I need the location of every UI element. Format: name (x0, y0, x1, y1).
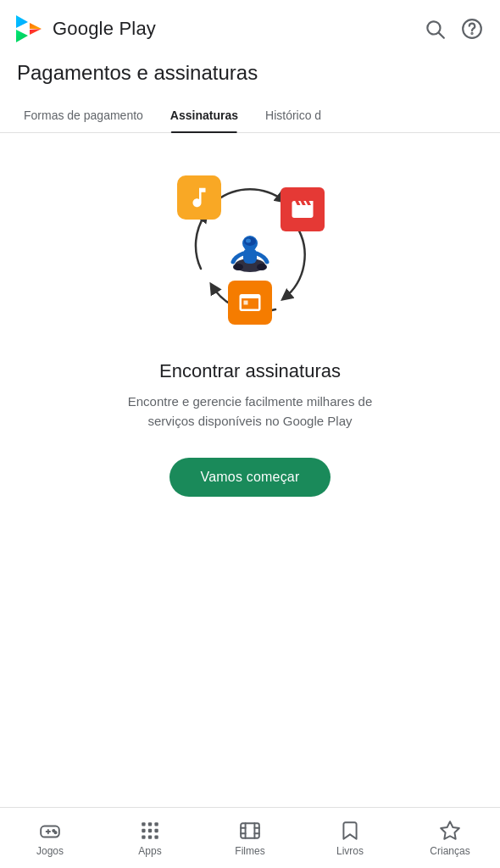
star-icon (439, 820, 461, 842)
get-started-button[interactable]: Vamos começar (169, 458, 330, 497)
app-name: Google Play (53, 18, 156, 40)
app-store-icon (228, 281, 272, 325)
tab-assinaturas[interactable]: Assinaturas (157, 98, 252, 132)
content-heading: Encontrar assinaturas (159, 360, 341, 382)
nav-label-jogos: Jogos (36, 845, 64, 857)
apps-icon (139, 820, 161, 842)
header-left: Google Play (14, 14, 156, 44)
header-icons (424, 18, 483, 40)
nav-item-livros[interactable]: Livros (300, 820, 400, 857)
tabs-container: Formas de pagamento Assinaturas Históric… (0, 98, 500, 133)
search-icon[interactable] (424, 18, 446, 40)
subscription-illustration (165, 167, 335, 337)
header: Google Play (0, 0, 500, 54)
svg-rect-8 (244, 301, 248, 305)
film-nav-icon (239, 820, 261, 842)
nav-item-filmes[interactable]: Filmes (200, 820, 300, 857)
bottom-navigation: Jogos Apps Filmes (0, 807, 500, 868)
svg-point-13 (246, 239, 251, 243)
meditation-figure (219, 220, 281, 284)
gamepad-icon (39, 820, 61, 842)
content-description: Encontre e gerencie facilmente milhares … (106, 392, 394, 431)
page-title: Pagamentos e assinaturas (0, 54, 500, 98)
svg-rect-25 (148, 828, 152, 832)
nav-label-filmes: Filmes (235, 845, 264, 857)
svg-marker-2 (30, 23, 42, 29)
bookmark-icon (339, 820, 361, 842)
svg-marker-1 (16, 30, 28, 42)
svg-line-5 (439, 33, 444, 38)
nav-item-apps[interactable]: Apps (100, 820, 200, 857)
meditation-svg (219, 220, 281, 281)
svg-rect-23 (154, 822, 158, 826)
svg-rect-30 (241, 823, 259, 837)
play-logo-icon (14, 14, 44, 44)
nav-label-apps: Apps (138, 845, 161, 857)
svg-rect-28 (148, 835, 152, 838)
help-icon[interactable] (461, 18, 483, 40)
main-content: Encontrar assinaturas Encontre e gerenci… (0, 133, 500, 514)
svg-rect-24 (142, 828, 145, 832)
svg-marker-0 (16, 15, 28, 28)
svg-point-7 (471, 33, 472, 34)
svg-marker-37 (441, 821, 459, 839)
svg-point-20 (54, 832, 56, 833)
svg-rect-22 (148, 822, 152, 826)
svg-rect-21 (142, 822, 145, 826)
nav-item-jogos[interactable]: Jogos (0, 820, 100, 857)
film-app-icon (281, 187, 325, 231)
svg-marker-3 (30, 29, 42, 35)
svg-point-15 (257, 264, 267, 270)
nav-label-criancas: Crianças (430, 845, 469, 857)
nav-label-livros: Livros (336, 845, 364, 857)
tab-pagamento[interactable]: Formas de pagamento (10, 98, 157, 132)
music-app-icon (177, 175, 221, 220)
svg-rect-27 (142, 835, 145, 838)
tab-historico[interactable]: Histórico d (252, 98, 335, 132)
svg-point-14 (233, 264, 243, 270)
nav-item-criancas[interactable]: Crianças (400, 820, 500, 857)
svg-rect-26 (154, 828, 158, 832)
svg-rect-29 (154, 835, 158, 838)
